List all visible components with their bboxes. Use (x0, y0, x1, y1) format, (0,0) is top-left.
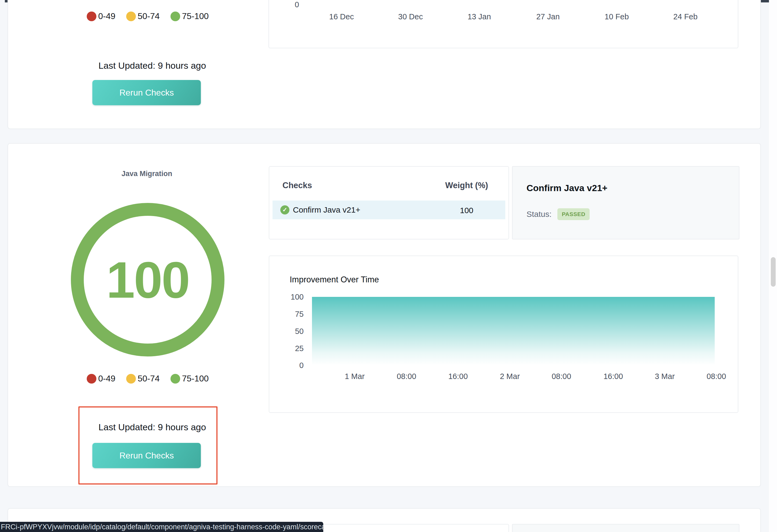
legend-item-mid: 50-74 (126, 374, 160, 384)
score-legend: 0-49 50-74 75-100 (8, 11, 287, 21)
link-preview-url: FRCi-pfWPYXVjvw/module/idp/catalog/defau… (0, 523, 323, 531)
legend-label-high: 75-100 (182, 11, 209, 21)
scrollbar-thumb[interactable] (771, 257, 776, 287)
legend-item-high: 75-100 (171, 11, 209, 21)
legend-item-low: 0-49 (87, 11, 115, 21)
link-preview-status-bar: FRCi-pfWPYXVjvw/module/idp/catalog/defau… (0, 522, 323, 532)
trend-x-tick: 16 Dec (320, 13, 363, 21)
legend-label-mid: 50-74 (138, 11, 160, 21)
last-updated-text: Last Updated: 9 hours ago (13, 422, 292, 432)
status-label: Status: (527, 210, 551, 219)
trend-x-tick: 13 Jan (458, 13, 501, 21)
improvement-x-tick: 08:00 (695, 372, 738, 380)
improvement-y-tick: 25 (277, 345, 304, 353)
check-status-line: Status: PASSED (527, 208, 589, 220)
next-check-detail-panel (512, 524, 740, 532)
improvement-y-tick: 75 (277, 310, 304, 318)
improvement-y-tick: 50 (277, 327, 304, 335)
legend-dot-yellow (126, 374, 136, 384)
trend-x-tick: 27 Jan (527, 13, 569, 21)
scorecard-title: Java Migration (93, 170, 201, 178)
legend-item-mid: 50-74 (126, 11, 160, 21)
improvement-x-tick: 16:00 (592, 372, 635, 380)
weight-column-header: Weight (%) (434, 181, 499, 190)
legend-label-low: 0-49 (98, 11, 115, 21)
check-weight-value: 100 (434, 206, 499, 215)
score-value: 100 (106, 250, 189, 309)
improvement-y-tick: 0 (277, 361, 304, 369)
improvement-x-tick: 3 Mar (643, 372, 686, 380)
improvement-x-tick: 08:00 (540, 372, 583, 380)
last-updated-text: Last Updated: 9 hours ago (13, 60, 292, 71)
check-detail-title: Confirm Java v21+ (527, 183, 607, 193)
improvement-x-tick: 08:00 (385, 372, 428, 380)
legend-dot-green (171, 374, 180, 384)
improvement-x-tick: 16:00 (437, 372, 479, 380)
legend-label-low: 0-49 (98, 374, 115, 384)
legend-dot-yellow (126, 12, 136, 21)
improvement-area-series (312, 297, 715, 365)
trend-x-tick: 10 Feb (595, 13, 638, 21)
trend-x-tick: 30 Dec (389, 13, 432, 21)
improvement-x-tick: 1 Mar (333, 372, 376, 380)
rerun-checks-button[interactable]: Rerun Checks (92, 443, 201, 468)
check-detail-panel: Confirm Java v21+ Status: PASSED (512, 166, 740, 239)
rerun-checks-button[interactable]: Rerun Checks (92, 80, 201, 105)
legend-item-low: 0-49 (87, 374, 115, 384)
improvement-y-tick: 100 (277, 293, 304, 301)
trend-x-tick: 24 Feb (664, 13, 707, 21)
java-migration-scorecard-card: Java Migration 100 0-49 50-74 75-100 Las… (7, 143, 761, 487)
improvement-x-tick: 2 Mar (488, 372, 531, 380)
score-legend: 0-49 50-74 75-100 (8, 374, 287, 384)
legend-item-high: 75-100 (171, 374, 209, 384)
check-passed-icon: ✓ (280, 205, 290, 215)
check-name: Confirm Java v21+ (293, 205, 360, 215)
improvement-chart-title: Improvement Over Time (290, 275, 379, 284)
status-badge: PASSED (557, 208, 589, 220)
score-gauge: 100 (71, 203, 224, 357)
improvement-chart-card: Improvement Over Time 100 75 50 25 0 1 M… (269, 256, 738, 413)
trend-chart-card: 0 16 Dec 30 Dec 13 Jan 27 Jan 10 Feb 24 … (268, 0, 738, 48)
legend-label-mid: 50-74 (138, 374, 160, 384)
legend-dot-red (87, 12, 96, 21)
checks-column-header: Checks (283, 181, 312, 190)
legend-dot-red (87, 374, 96, 384)
legend-label-high: 75-100 (182, 374, 209, 384)
checks-table-card: Checks Weight (%) ✓ Confirm Java v21+ 10… (269, 166, 509, 239)
previous-scorecard-card: 0-49 50-74 75-100 Last Updated: 9 hours … (7, 0, 761, 129)
legend-dot-green (171, 12, 180, 21)
trend-y-tick-0: 0 (283, 1, 299, 9)
